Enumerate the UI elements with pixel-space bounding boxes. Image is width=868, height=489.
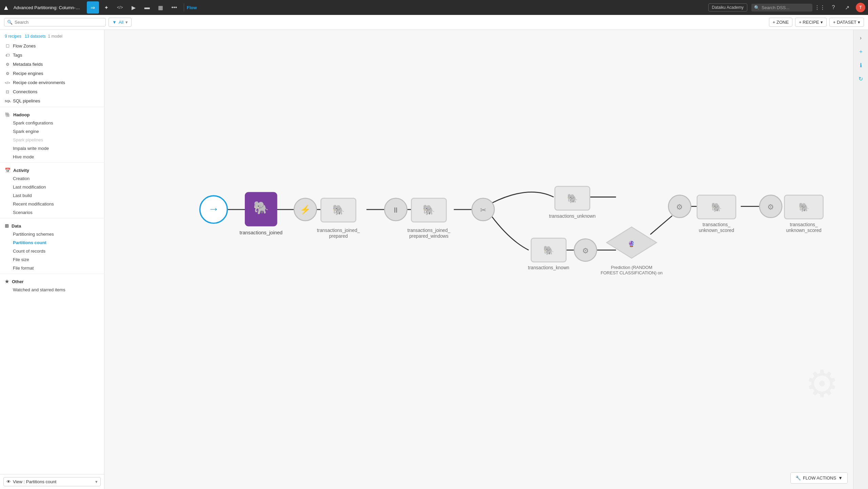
sidebar-item-file-size[interactable]: File size (0, 255, 104, 264)
svg-text:⚡: ⚡ (300, 204, 311, 215)
apps-grid-button[interactable]: ⋮⋮ (814, 1, 826, 14)
sidebar: 9 recipes 13 datasets 1 model ☐ Flow Zon… (0, 30, 104, 489)
tags-icon: 🏷 (5, 53, 10, 58)
svg-text:transactions_: transactions_ (703, 222, 730, 227)
add-zone-button[interactable]: + ZONE (769, 18, 792, 27)
right-panel: › ＋ ℹ ↻ (853, 30, 868, 489)
view-select[interactable]: 👁 View : Partitions count ▾ (3, 477, 101, 486)
right-panel-sync-button[interactable]: ↻ (855, 73, 866, 84)
code-env-icon: </> (5, 81, 10, 85)
section-label: Hadoop (13, 112, 29, 117)
sidebar-item-spark-configurations[interactable]: Spark configurations (0, 119, 104, 127)
sidebar-divider (0, 107, 104, 107)
toolbar-search-icon: 🔍 (7, 20, 13, 25)
right-panel-info-button[interactable]: ℹ (855, 60, 866, 71)
datasets-link[interactable]: 13 datasets (25, 34, 46, 39)
more-icon: ••• (171, 4, 177, 11)
flow-canvas[interactable]: → 🐘 transactions_joined ⚡ 🐘 transactions… (104, 30, 853, 489)
flow-actions-chevron-icon: ▼ (838, 475, 843, 481)
sidebar-item-flow-zones[interactable]: ☐ Flow Zones (0, 41, 104, 51)
sidebar-item-hive-mode[interactable]: Hive mode (0, 153, 104, 161)
app-logo[interactable]: ▲ (3, 4, 9, 12)
flow-actions-label: FLOW ACTIONS (803, 475, 836, 481)
sidebar-item-scenarios[interactable]: Scenarios (0, 208, 104, 217)
sidebar-item-last-modification[interactable]: Last modification (0, 183, 104, 191)
sidebar-item-metadata[interactable]: ⚙ Metadata fields (0, 60, 104, 69)
sidebar-item-last-build[interactable]: Last build (0, 191, 104, 200)
add-recipe-button[interactable]: + RECIPE ▾ (795, 18, 827, 27)
svg-text:prepared_windows: prepared_windows (409, 234, 449, 239)
flow-search-box[interactable]: 🔍 (4, 18, 106, 26)
sidebar-item-recent-modifications[interactable]: Recent modifications (0, 200, 104, 208)
run-nav-button[interactable]: ▶ (127, 1, 140, 14)
svg-text:transactions_unknown: transactions_unknown (549, 214, 595, 219)
sidebar-item-label: SQL pipelines (13, 98, 40, 103)
svg-text:unknown_scored: unknown_scored (786, 228, 821, 233)
svg-text:→: → (208, 202, 219, 215)
sidebar-item-code-environments[interactable]: </> Recipe code environments (0, 78, 104, 87)
sidebar-item-impala-write-mode[interactable]: Impala write mode (0, 144, 104, 153)
sidebar-item-file-format[interactable]: File format (0, 264, 104, 272)
flow-actions-bar: 🔧 FLOW ACTIONS ▼ (790, 472, 848, 484)
view-select-chevron-icon: ▾ (95, 479, 98, 484)
sidebar-item-count-of-records[interactable]: Count of records (0, 247, 104, 255)
filter-button[interactable]: ▼ All ▾ (108, 18, 132, 27)
recipes-link[interactable]: 9 recipes (5, 34, 21, 39)
svg-text:transactions_joined_: transactions_joined_ (408, 228, 451, 233)
section-label: Data (12, 223, 21, 229)
flow-zones-icon: ☐ (5, 44, 10, 48)
sidebar-item-recipe-engines[interactable]: ⚙ Recipe engines (0, 69, 104, 78)
sidebar-item-spark-engine[interactable]: Spark engine (0, 127, 104, 136)
code-nav-button[interactable]: </> (114, 1, 126, 14)
svg-text:transactions_joined_: transactions_joined_ (317, 228, 360, 233)
sidebar-item-sql-pipelines[interactable]: SQL SQL pipelines (0, 96, 104, 105)
filter-chevron-icon: ▾ (125, 20, 128, 25)
other-icon: ★ (5, 279, 9, 284)
global-search-box[interactable]: 🔍 Search DSS... (751, 4, 812, 12)
nav-separator (184, 3, 184, 12)
sql-icon: SQL (5, 99, 10, 103)
sidebar-item-connections[interactable]: ⊡ Connections (0, 87, 104, 96)
dashboard-icon: ▦ (158, 4, 163, 11)
flow-summary: 9 recipes 13 datasets 1 model (0, 33, 104, 41)
right-panel-collapse-button[interactable]: › (855, 33, 866, 43)
flow-label: Flow (187, 5, 197, 10)
search-icon: 🔍 (754, 5, 760, 10)
add-dataset-label: + DATASET (833, 20, 856, 25)
recipe-engines-icon: ⚙ (5, 71, 10, 76)
settings-nav-button[interactable]: ✦ (100, 1, 113, 14)
help-button[interactable]: ? (827, 1, 840, 14)
more-nav-button[interactable]: ••• (168, 1, 180, 14)
flow-nav-button[interactable]: ⇒ (87, 1, 99, 14)
add-dataset-button[interactable]: + DATASET ▾ (829, 18, 864, 27)
view-select-label: View : Partitions count (13, 479, 56, 484)
flow-arrow-icon: ⇒ (91, 4, 95, 11)
connections-icon: ⊡ (5, 90, 10, 94)
sidebar-item-creation[interactable]: Creation (0, 174, 104, 183)
svg-text:⚙: ⚙ (676, 203, 683, 211)
user-avatar[interactable]: T (856, 3, 865, 12)
svg-text:🐘: 🐘 (567, 193, 578, 204)
flow-actions-button[interactable]: 🔧 FLOW ACTIONS ▼ (791, 473, 847, 483)
view-eye-icon: 👁 (6, 479, 11, 484)
section-label: Activity (13, 168, 29, 173)
project-title: Advanced Partitioning: Column-Based (Tut… (14, 5, 81, 10)
sidebar-item-spark-pipelines: Spark pipelines (0, 136, 104, 144)
trending-icon: ↗ (845, 4, 849, 11)
sidebar-item-watched-starred[interactable]: Watched and starred items (0, 286, 104, 294)
right-panel-plus-button[interactable]: ＋ (855, 46, 866, 57)
svg-text:transactions_known: transactions_known (528, 265, 569, 270)
sidebar-item-partitions-count[interactable]: Partitions count (0, 238, 104, 247)
dashboard-nav-button[interactable]: ▦ (155, 1, 167, 14)
dataiku-academy-button[interactable]: Dataiku Academy (708, 3, 747, 12)
svg-text:🐘: 🐘 (332, 204, 345, 216)
code-icon: </> (117, 5, 123, 10)
sidebar-item-tags[interactable]: 🏷 Tags (0, 51, 104, 60)
sidebar-item-partitioning-schemes[interactable]: Partitioning schemes (0, 230, 104, 238)
svg-text:🔮: 🔮 (628, 240, 635, 248)
flow-search-input[interactable] (15, 20, 103, 25)
help-icon: ? (832, 4, 835, 11)
trending-button[interactable]: ↗ (841, 1, 853, 14)
deploy-nav-button[interactable]: ▬ (141, 1, 153, 14)
sidebar-content: 9 recipes 13 datasets 1 model ☐ Flow Zon… (0, 30, 104, 474)
